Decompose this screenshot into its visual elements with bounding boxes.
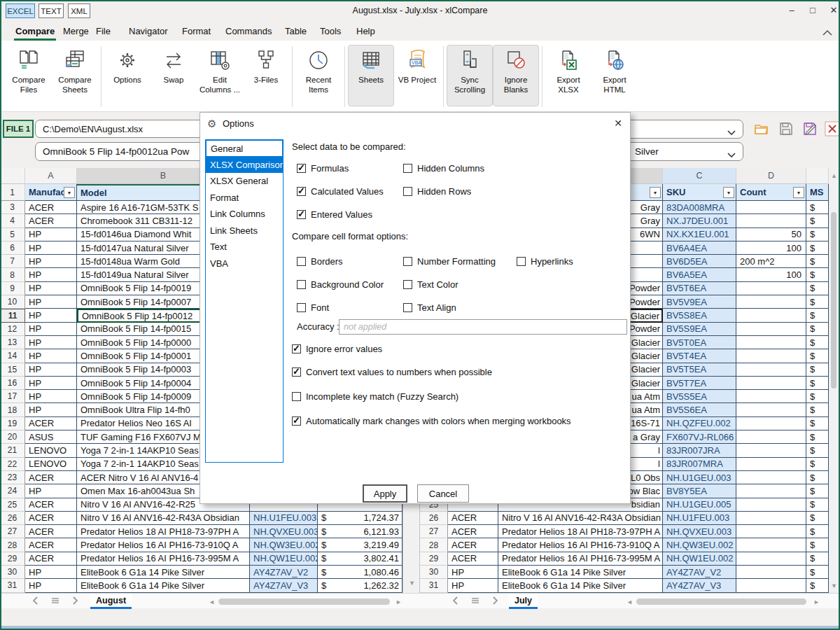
cell-msrp[interactable]: $ <box>806 484 829 498</box>
options-nav-link-columns[interactable]: Link Columns <box>206 206 283 223</box>
row-number[interactable]: 10 <box>0 295 25 309</box>
cell-manufacturer[interactable]: LENOVO <box>25 444 77 457</box>
cell-sku[interactable]: 83JR007JRA <box>663 444 736 457</box>
sheet-tab-august[interactable]: August <box>90 594 132 609</box>
column-letter[interactable]: D <box>736 168 806 184</box>
cell-msrp[interactable]: $ <box>806 268 829 281</box>
cell-manufacturer[interactable]: ACER <box>448 512 498 525</box>
cell-count[interactable]: 50 <box>736 228 806 241</box>
cell-sku[interactable]: NH.QVXEU.003 <box>250 525 318 538</box>
cell-msrp[interactable]: $ <box>806 390 829 403</box>
menu-item-merge[interactable]: Merge <box>62 24 90 38</box>
cell-manufacturer[interactable]: HP <box>25 255 77 268</box>
header-corner[interactable]: 1 <box>0 184 25 201</box>
column-letter[interactable]: A <box>25 168 77 184</box>
close-file-icon[interactable] <box>823 120 840 138</box>
cell-sku[interactable]: NH.U1FEU.003 <box>663 512 736 525</box>
cell-count[interactable] <box>736 377 806 390</box>
cell-model[interactable]: EliteBook 6 G1a 14 Pike Silver <box>77 566 250 579</box>
cell-sku[interactable]: NX.J7DEU.001 <box>663 214 736 227</box>
cell-count[interactable] <box>736 498 806 512</box>
cell-sku[interactable]: AY4Z7AV_V3 <box>250 579 318 592</box>
cell-msrp[interactable]: $1,080.46 <box>318 566 402 579</box>
cell-sku[interactable]: 83DA008MRA <box>663 201 736 214</box>
cell-model[interactable]: Nitro V 16 AI ANV16-42-R43A Obsidian <box>498 512 663 525</box>
apply-button[interactable]: Apply <box>363 484 407 503</box>
cell-manufacturer[interactable]: HP <box>25 390 77 403</box>
cell-model[interactable]: EliteBook 6 G1a 14 Pike Silver <box>498 579 663 592</box>
cell-count[interactable] <box>736 458 806 471</box>
row-number[interactable]: 3 <box>0 201 25 214</box>
cell-model[interactable]: Predator Helios 16 AI PH16-73-910Q A <box>77 538 250 552</box>
row-number[interactable]: 26 <box>0 512 25 525</box>
cell-sku[interactable]: NH.U1GEU.003 <box>663 471 736 484</box>
toolbar-button-sheets[interactable]: Sheets <box>348 45 394 106</box>
cell-sku[interactable]: NH.QW3EU.002 <box>250 538 318 552</box>
cell-sku[interactable]: NH.U1FEU.003 <box>250 512 318 525</box>
cell-sku[interactable]: NH.U1GEU.005 <box>663 498 736 512</box>
options-nav-xlsx-general[interactable]: XLSX General <box>206 173 283 190</box>
sheet-list-icon[interactable] <box>50 596 60 608</box>
cell-sku[interactable]: BV5T4EA <box>663 349 736 363</box>
cell-manufacturer[interactable]: ACER <box>25 498 77 512</box>
cell-manufacturer[interactable]: ACER <box>25 525 77 538</box>
cell-msrp[interactable]: $ <box>806 566 829 579</box>
sheet-tab-july[interactable]: July <box>509 594 538 609</box>
cell-model[interactable]: EliteBook 6 G1a 14 Pike Silver <box>77 579 250 592</box>
toolbar-button-vb-project[interactable]: VBAVB Project <box>394 45 440 106</box>
toolbar-button-compare-sheets[interactable]: Compare Sheets <box>52 45 98 106</box>
toolbar-button-export-xlsx[interactable]: Export XLSX <box>545 45 592 106</box>
cell-count[interactable] <box>736 484 806 498</box>
cell-sku[interactable]: BV5S6EA <box>663 403 736 416</box>
row-number[interactable]: 4 <box>0 214 25 227</box>
cell-msrp[interactable]: $6,121.93 <box>318 525 402 538</box>
filter-dropdown-icon[interactable]: ▼ <box>723 187 734 198</box>
row-number[interactable]: 31 <box>420 579 448 592</box>
checkbox-borders[interactable]: Borders <box>297 256 403 266</box>
cell-count[interactable] <box>736 323 806 336</box>
cell-manufacturer[interactable]: HP <box>25 268 77 281</box>
cell-msrp[interactable]: $ <box>806 538 829 552</box>
row-number[interactable]: 12 <box>0 323 25 336</box>
cell-count[interactable] <box>736 336 806 349</box>
cell-sku[interactable]: BV5S5EA <box>663 390 736 403</box>
cell-model[interactable]: Predator Helios 16 AI PH16-73-995M A <box>77 552 250 566</box>
cell-manufacturer[interactable]: HP <box>25 484 77 498</box>
cell-sku[interactable]: NX.KX1EU.001 <box>663 228 736 241</box>
checkbox-hyperlinks[interactable]: Hyperlinks <box>517 256 643 266</box>
cell-manufacturer[interactable]: ACER <box>25 471 77 484</box>
cell-count[interactable] <box>736 282 806 295</box>
cell-count[interactable] <box>736 363 806 377</box>
row-number[interactable]: 6 <box>0 241 25 255</box>
cell-count[interactable] <box>736 201 806 214</box>
cell-sku[interactable]: BV5S8EA <box>663 309 736 322</box>
checkbox-text-color[interactable]: Text Color <box>403 279 517 289</box>
menu-item-table[interactable]: Table <box>284 24 308 38</box>
cell-manufacturer[interactable]: ACER <box>25 214 77 227</box>
cell-manufacturer[interactable]: ACER <box>25 538 77 552</box>
cell-msrp[interactable]: $1,262.32 <box>318 579 402 592</box>
cell-sku[interactable]: BV5V9EA <box>663 295 736 309</box>
cell-msrp[interactable]: $ <box>806 552 829 566</box>
row-number[interactable]: 21 <box>0 444 25 457</box>
cell-manufacturer[interactable]: HP <box>25 228 77 241</box>
header-msrp[interactable]: MS <box>806 184 829 201</box>
options-nav-text[interactable]: Text <box>206 239 283 255</box>
toolbar-button-edit-columns[interactable]: Edit Columns ... <box>197 45 243 106</box>
checkbox-number-formatting[interactable]: Number Formatting <box>403 256 517 266</box>
row-number[interactable]: 9 <box>0 282 25 295</box>
cell-msrp[interactable]: $ <box>806 363 829 377</box>
row-number[interactable]: 8 <box>0 268 25 281</box>
cell-msrp[interactable]: $ <box>806 241 829 255</box>
minimize-button[interactable]: – <box>784 6 799 17</box>
toolbar-button-ignore-blanks[interactable]: Ignore Blanks <box>493 45 539 106</box>
cell-msrp[interactable]: $3,219.49 <box>318 538 402 552</box>
hscroll-left-icon[interactable]: ◄ <box>209 598 215 606</box>
row-number[interactable]: 31 <box>0 579 25 592</box>
checkbox-font[interactable]: Font <box>297 302 403 312</box>
cell-sku[interactable]: NH.QW1EU.002 <box>663 552 736 566</box>
cell-count[interactable] <box>736 552 806 566</box>
cell-count[interactable] <box>736 430 806 444</box>
sheet-list-icon[interactable] <box>470 596 480 608</box>
column-letter[interactable] <box>0 168 25 184</box>
